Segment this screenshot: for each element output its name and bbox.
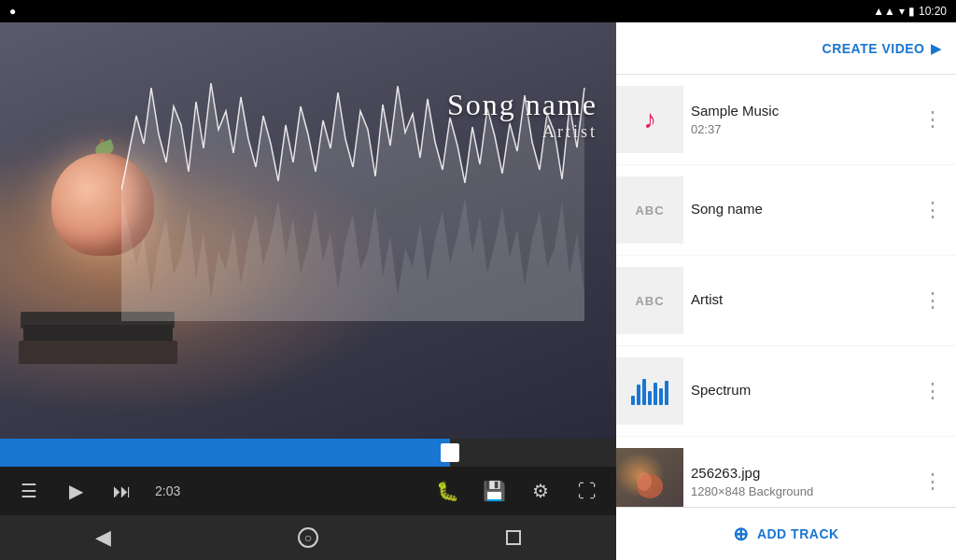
status-right: ▲▲ ▾ ▮ 10:20 xyxy=(873,5,947,18)
home-icon: ○ xyxy=(298,527,318,548)
create-video-label: CREATE VIDEO xyxy=(822,41,925,56)
track-thumbnail-music: ♪ xyxy=(616,86,683,153)
create-video-chevron-icon: ▶ xyxy=(931,41,942,56)
wifi-icon: ▾ xyxy=(899,5,905,18)
spectrum-bar-4 xyxy=(648,391,652,405)
song-title-overlay: Song name Artist xyxy=(447,88,598,142)
nav-bar: ◀ ○ xyxy=(0,515,616,560)
track-menu-artist[interactable]: ⋮ xyxy=(915,281,949,320)
track-list: ♪ Sample Music 02:37 ⋮ ABC Song name ⋮ xyxy=(616,75,956,507)
spectrum-bar-1 xyxy=(631,396,635,405)
back-nav-button[interactable]: ◀ xyxy=(84,519,121,556)
track-title-background: 256263.jpg xyxy=(691,465,907,481)
track-info-songname: Song name xyxy=(683,201,915,220)
timeline[interactable] xyxy=(0,439,616,467)
track-item-songname[interactable]: ABC Song name ⋮ xyxy=(616,165,956,255)
controls-right: 🐛 💾 ⚙ ⛶ xyxy=(433,477,601,505)
right-panel: CREATE VIDEO ▶ ♪ Sample Music 02:37 ⋮ AB… xyxy=(616,22,956,560)
settings-icon: ⚙ xyxy=(532,480,549,502)
spectrum-bar-6 xyxy=(659,388,663,405)
abc-icon-songname: ABC xyxy=(635,203,664,217)
track-info-music: Sample Music 02:37 xyxy=(683,103,915,136)
back-icon: ◀ xyxy=(95,525,111,550)
track-item-spectrum[interactable]: Spectrum ⋮ xyxy=(616,346,956,436)
artist-text: Artist xyxy=(447,122,598,142)
create-video-button[interactable]: CREATE VIDEO ▶ xyxy=(822,41,941,56)
add-track-plus-icon: ⊕ xyxy=(733,523,750,545)
song-name-text: Song name xyxy=(447,88,598,122)
track-subtitle-music: 02:37 xyxy=(691,122,907,136)
controls-bar: ☰ ▶ ⏭ 2:03 🐛 💾 ⚙ ⛶ xyxy=(0,467,616,515)
video-player: Song name Artist ☰ ▶ ⏭ 2:03 🐛 xyxy=(0,22,616,560)
track-item-background[interactable]: 256263.jpg 1280×848 Background ⋮ xyxy=(616,437,956,507)
debug-button[interactable]: 🐛 xyxy=(433,477,461,505)
add-track-label: ADD TRACK xyxy=(757,526,839,541)
status-left-icon: ● xyxy=(9,5,16,18)
track-thumbnail-songname: ABC xyxy=(616,176,683,244)
track-menu-music[interactable]: ⋮ xyxy=(915,100,949,139)
timeline-thumb[interactable] xyxy=(441,443,459,462)
battery-icon: ▮ xyxy=(908,5,915,18)
track-menu-songname[interactable]: ⋮ xyxy=(915,190,949,230)
background-preview-icon xyxy=(631,463,668,500)
music-note-icon: ♪ xyxy=(643,105,656,134)
track-title-spectrum: Spectrum xyxy=(691,382,907,398)
track-title-music: Sample Music xyxy=(691,103,907,119)
track-item[interactable]: ♪ Sample Music 02:37 ⋮ xyxy=(616,75,956,164)
recents-icon xyxy=(506,530,521,545)
debug-icon: 🐛 xyxy=(436,480,459,502)
recents-nav-button[interactable] xyxy=(495,519,532,556)
track-info-background: 256263.jpg 1280×848 Background xyxy=(683,465,915,498)
play-icon: ▶ xyxy=(69,480,83,502)
spectrum-bar-5 xyxy=(654,383,657,405)
timeline-progress xyxy=(0,439,450,467)
spectrum-icon xyxy=(631,377,668,405)
menu-button[interactable]: ☰ xyxy=(15,477,43,505)
menu-icon: ☰ xyxy=(21,480,37,502)
svg-point-3 xyxy=(637,472,652,491)
abc-icon-artist: ABC xyxy=(635,294,664,308)
track-subtitle-background: 1280×848 Background xyxy=(691,484,907,498)
track-thumbnail-background xyxy=(616,448,683,507)
book-bottom xyxy=(19,341,177,364)
spectrum-bar-7 xyxy=(665,381,668,405)
track-info-spectrum: Spectrum xyxy=(683,382,915,401)
track-item-artist[interactable]: ABC Artist ⋮ xyxy=(616,256,956,345)
track-menu-background[interactable]: ⋮ xyxy=(915,462,949,501)
track-thumbnail-artist: ABC xyxy=(616,267,683,334)
track-thumbnail-spectrum xyxy=(616,357,683,425)
track-title-artist: Artist xyxy=(691,291,907,307)
fullscreen-icon: ⛶ xyxy=(578,481,597,502)
skip-button[interactable]: ⏭ xyxy=(108,477,136,505)
main-area: Song name Artist ☰ ▶ ⏭ 2:03 🐛 xyxy=(0,22,956,560)
track-menu-spectrum[interactable]: ⋮ xyxy=(915,371,949,411)
play-button[interactable]: ▶ xyxy=(62,477,90,505)
signal-icon: ▲▲ xyxy=(873,5,895,18)
panel-header: CREATE VIDEO ▶ xyxy=(616,22,956,75)
home-nav-button[interactable]: ○ xyxy=(289,519,327,556)
video-canvas: Song name Artist xyxy=(0,22,616,439)
status-bar: ● ▲▲ ▾ ▮ 10:20 xyxy=(0,0,956,22)
settings-button[interactable]: ⚙ xyxy=(527,477,555,505)
clock: 10:20 xyxy=(919,5,947,18)
track-info-artist: Artist xyxy=(683,291,915,311)
fullscreen-button[interactable]: ⛶ xyxy=(573,477,601,505)
save-button[interactable]: 💾 xyxy=(480,477,508,505)
track-title-songname: Song name xyxy=(691,201,907,217)
save-icon: 💾 xyxy=(483,480,506,502)
time-display: 2:03 xyxy=(155,483,192,498)
spectrum-bar-3 xyxy=(642,379,646,405)
add-track-button[interactable]: ⊕ ADD TRACK xyxy=(616,507,956,560)
skip-icon: ⏭ xyxy=(113,481,132,502)
spectrum-bar-2 xyxy=(637,385,640,405)
